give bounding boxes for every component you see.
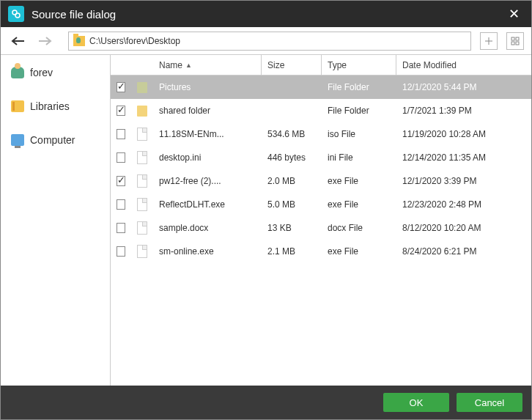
file-type: exe File — [322, 246, 396, 257]
file-row[interactable]: shared folderFile Folder1/7/2021 1:39 PM — [111, 99, 531, 122]
titlebar: Source file dialog ✕ — [1, 1, 531, 27]
svg-point-1 — [15, 13, 20, 18]
body-area: forev Libraries Computer Name ▲ Size — [1, 55, 531, 386]
file-date: 12/14/2020 11:35 AM — [396, 152, 531, 163]
file-row[interactable]: ReflectDLHT.exe5.0 MBexe File12/23/2020 … — [111, 193, 531, 216]
file-date: 12/1/2020 3:39 PM — [396, 176, 531, 186]
file-row[interactable]: pw12-free (2)....2.0 MBexe File12/1/2020… — [111, 169, 531, 193]
file-type: exe File — [322, 199, 396, 210]
sidebar-item-libraries[interactable]: Libraries — [1, 96, 110, 117]
file-type: iso File — [322, 129, 396, 139]
path-input[interactable]: C:\Users\forev\Desktop — [68, 32, 471, 51]
sidebar-item-user[interactable]: forev — [1, 62, 110, 83]
file-name: pw12-free (2).... — [153, 176, 262, 186]
grid-icon — [511, 37, 520, 45]
file-icon — [137, 245, 147, 258]
row-checkbox[interactable] — [117, 152, 125, 163]
file-list-header: Name ▲ Size Type Date Modified — [111, 55, 531, 75]
ok-button[interactable]: OK — [383, 393, 449, 412]
computer-icon — [11, 134, 24, 146]
file-date: 11/19/2020 10:28 AM — [396, 129, 531, 139]
svg-rect-3 — [516, 37, 519, 40]
dialog-title: Source file dialog — [32, 8, 504, 21]
file-type: exe File — [322, 176, 396, 186]
sidebar-item-label: Computer — [30, 134, 75, 146]
back-button[interactable] — [8, 33, 29, 49]
file-type: File Folder — [322, 82, 396, 92]
svg-rect-5 — [516, 42, 519, 45]
file-date: 12/1/2020 5:44 PM — [396, 82, 531, 92]
libraries-icon — [11, 100, 24, 112]
sidebar: forev Libraries Computer — [1, 55, 111, 386]
file-type: File Folder — [322, 106, 396, 116]
file-size: 2.0 MB — [262, 176, 322, 186]
close-button[interactable]: ✕ — [504, 6, 524, 22]
file-rows[interactable]: PicturesFile Folder12/1/2020 5:44 PMshar… — [111, 75, 531, 386]
arrow-right-icon — [37, 36, 52, 46]
file-size: 446 bytes — [262, 152, 322, 163]
row-checkbox[interactable] — [117, 129, 125, 139]
sort-asc-icon: ▲ — [185, 62, 192, 69]
app-icon — [8, 6, 24, 22]
file-icon — [137, 198, 147, 211]
file-name: Pictures — [153, 82, 262, 92]
column-name[interactable]: Name ▲ — [153, 55, 262, 75]
file-row[interactable]: 11.18SM-ENm...534.6 MBiso File11/19/2020… — [111, 122, 531, 146]
svg-rect-4 — [511, 42, 514, 45]
row-checkbox[interactable] — [117, 82, 125, 92]
row-checkbox[interactable] — [117, 176, 125, 186]
file-icon — [137, 128, 147, 141]
file-name: sample.docx — [153, 223, 262, 233]
path-text: C:\Users\forev\Desktop — [89, 36, 180, 46]
svg-rect-2 — [511, 37, 514, 40]
file-icon — [137, 174, 147, 188]
row-checkbox[interactable] — [117, 246, 125, 257]
file-size: 2.1 MB — [262, 246, 322, 257]
file-icon — [137, 151, 147, 164]
cancel-button[interactable]: Cancel — [457, 393, 522, 412]
file-row[interactable]: PicturesFile Folder12/1/2020 5:44 PM — [111, 75, 531, 99]
arrow-left-icon — [11, 36, 26, 46]
column-type[interactable]: Type — [322, 55, 396, 75]
column-icon — [131, 55, 153, 75]
file-area: Name ▲ Size Type Date Modified PicturesF… — [111, 55, 531, 386]
row-checkbox[interactable] — [117, 223, 125, 233]
file-row[interactable]: desktop.ini446 bytesini File12/14/2020 1… — [111, 146, 531, 169]
link-icon — [11, 9, 21, 19]
file-row[interactable]: sample.docx13 KBdocx File8/12/2020 10:20… — [111, 216, 531, 240]
file-name: ReflectDLHT.exe — [153, 199, 262, 210]
file-size: 13 KB — [262, 223, 322, 233]
navigation-bar: C:\Users\forev\Desktop — [1, 27, 531, 55]
forward-button[interactable] — [34, 33, 55, 49]
file-date: 8/12/2020 10:20 AM — [396, 223, 531, 233]
row-checkbox[interactable] — [117, 106, 125, 116]
file-size: 534.6 MB — [262, 129, 322, 139]
column-size[interactable]: Size — [262, 55, 322, 75]
folder-icon — [137, 106, 147, 117]
file-date: 12/23/2020 2:48 PM — [396, 199, 531, 210]
file-row[interactable]: sm-online.exe2.1 MBexe File8/24/2020 6:2… — [111, 240, 531, 263]
column-check — [111, 55, 131, 75]
file-name: sm-online.exe — [153, 246, 262, 257]
folder-user-icon — [73, 36, 85, 46]
file-date: 1/7/2021 1:39 PM — [396, 106, 531, 116]
sidebar-item-label: Libraries — [30, 100, 70, 112]
file-icon — [137, 221, 147, 235]
view-mode-button[interactable] — [506, 32, 524, 50]
file-type: docx File — [322, 223, 396, 233]
sidebar-item-computer[interactable]: Computer — [1, 130, 110, 150]
plus-icon — [484, 37, 493, 45]
sidebar-item-label: forev — [30, 67, 53, 78]
new-folder-button[interactable] — [480, 32, 498, 50]
file-type: ini File — [322, 152, 396, 163]
footer: OK Cancel — [1, 386, 531, 419]
row-checkbox[interactable] — [117, 199, 125, 210]
column-date[interactable]: Date Modified — [396, 55, 531, 75]
folder-icon — [137, 82, 147, 93]
user-icon — [11, 67, 24, 78]
file-date: 8/24/2020 6:21 PM — [396, 246, 531, 257]
file-size: 5.0 MB — [262, 199, 322, 210]
source-file-dialog: Source file dialog ✕ C:\Users\forev\Desk… — [0, 0, 532, 420]
file-name: 11.18SM-ENm... — [153, 129, 262, 139]
file-name: desktop.ini — [153, 152, 262, 163]
